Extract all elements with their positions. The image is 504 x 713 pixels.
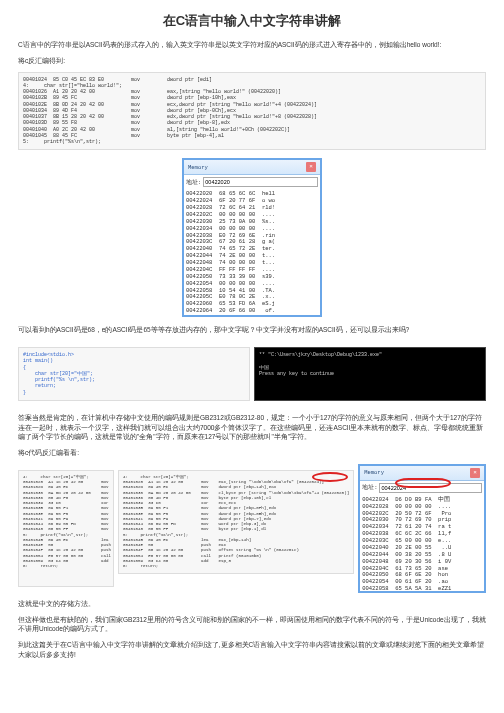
asm-listing-2-right: 4: char str[20]="中国"; 00401028 A1 1C 20 … — [118, 470, 354, 575]
para-disasm: 将c反汇编得到: — [18, 56, 486, 66]
para-disasm2: 将c代码反汇编看看: — [18, 448, 486, 458]
memory-title-2: Memory — [364, 469, 384, 476]
c-source-cn: #include<stdio.h> int main() { char str[… — [18, 347, 250, 401]
addr-label-2: 地址: — [362, 484, 377, 491]
para-answer: 答案当然是肯定的，在计算机中存储中文使用的编码规则是GB2312或GB2312-… — [18, 413, 486, 442]
asm-listing-2-left: 4: char str[20]="中国"; 00401028 A1 1C 20 … — [18, 470, 114, 587]
memory-address-input-2[interactable] — [379, 483, 482, 493]
para-unicode: 但这样做也是有缺陷的，我们国家GB2312里用的符号含义可能和别的国家的不一样，… — [18, 615, 486, 635]
para-outro: 到此这篇关于在C语言中输入中文字符串讲解的文章就介绍到这了,更多相关C语言输入中… — [18, 640, 486, 660]
intro-para: C语言中的字符串是以ASCII码表的形式存入的，输入英文字符串是以英文字符对应的… — [18, 40, 486, 50]
close-icon[interactable]: × — [470, 468, 480, 478]
asm-listing-1: 00401024 85 C0 45 EC 83 E0 mov dword ptr… — [18, 72, 486, 151]
memory-address-input[interactable] — [203, 177, 318, 187]
memory-body-2: 00422024 D6 D0 B9 FA 中国 00422028 00 00 0… — [360, 495, 484, 591]
memory-title: Memory — [188, 164, 208, 171]
para-storage: 这就是中文的存储方法。 — [18, 599, 486, 609]
addr-label: 地址: — [186, 179, 201, 186]
memory-body-1: 00422020 68 65 6C 6C hell 00422024 6F 20… — [184, 189, 320, 315]
para-question: 可以看到h的ASCII码是68，e的ASCII码是65等等存放进内存的，那中文字… — [18, 325, 486, 335]
console-output: ** "C:\Users\jkzy\Desktop\Debug\1233.exe… — [254, 347, 486, 401]
close-icon[interactable]: × — [306, 162, 316, 172]
memory-window-2: Memory × 地址: 00422024 D6 D0 B9 FA 中国 004… — [358, 464, 486, 593]
page-title: 在C语言中输入中文字符串讲解 — [18, 12, 486, 30]
memory-window-1: Memory × 地址: 00422020 68 65 6C 6C hell 0… — [182, 158, 322, 317]
